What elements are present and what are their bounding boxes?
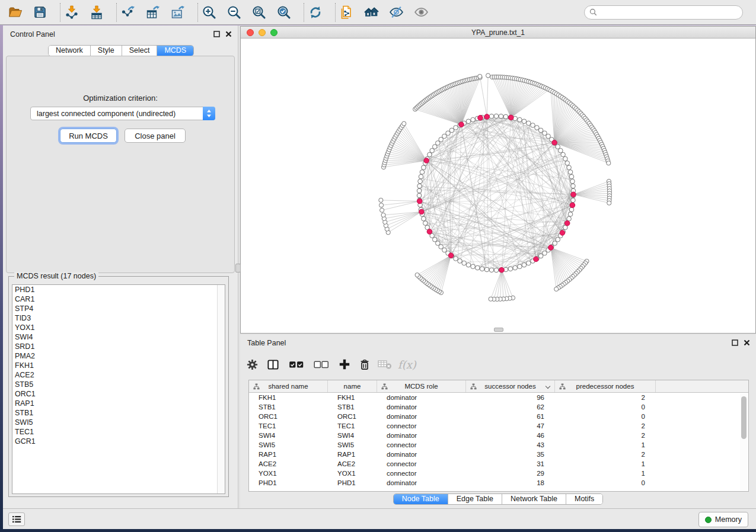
cell-shared-name[interactable]: PHD1	[249, 478, 328, 488]
zoom-in-icon[interactable]	[201, 4, 217, 21]
zoom-fit-icon[interactable]	[251, 4, 267, 21]
cell-MCDS-role[interactable]: connector	[377, 421, 466, 431]
table-row[interactable]: RAP1RAP1dominator352	[249, 450, 748, 459]
cell-shared-name[interactable]: STB1	[249, 402, 328, 412]
mcds-result-item[interactable]: PMA2	[12, 351, 225, 361]
cell-predecessor-nodes[interactable]: 2	[555, 431, 656, 440]
cell-successor-nodes[interactable]: 35	[466, 450, 555, 459]
mcds-result-item[interactable]: STB5	[12, 380, 225, 389]
hide-selected-icon[interactable]	[388, 4, 404, 21]
table-row[interactable]: FKH1FKH1dominator962	[249, 393, 748, 402]
cell-MCDS-role[interactable]: dominator	[377, 402, 466, 412]
zoom-selected-icon[interactable]	[276, 4, 292, 21]
cell-shared-name[interactable]: SWI5	[249, 440, 328, 450]
tab-network[interactable]: Network	[49, 46, 91, 56]
houses-icon[interactable]	[363, 4, 379, 21]
cell-shared-name[interactable]: ACE2	[249, 459, 328, 469]
import-table-icon[interactable]	[88, 4, 104, 21]
column-header-name[interactable]: name	[328, 380, 377, 392]
table-scrollbar-thumb[interactable]	[741, 396, 747, 439]
cell-name[interactable]: STB1	[328, 402, 377, 412]
export-image-icon[interactable]	[170, 4, 186, 21]
table-row[interactable]: YOX1YOX1connector291	[249, 469, 748, 478]
cell-predecessor-nodes[interactable]: 1	[555, 459, 656, 469]
vertical-splitter-handle[interactable]	[235, 264, 241, 273]
cell-predecessor-nodes[interactable]: 1	[555, 440, 656, 450]
cell-shared-name[interactable]: SWI4	[249, 431, 328, 440]
cell-name[interactable]: ACE2	[328, 459, 377, 469]
column-header-predecessor-nodes[interactable]: predecessor nodes	[555, 380, 656, 392]
add-row-icon[interactable]	[339, 355, 350, 373]
mcds-result-item[interactable]: PHD1	[12, 285, 225, 294]
horizontal-splitter-handle[interactable]	[494, 328, 503, 332]
cell-MCDS-role[interactable]: dominator	[377, 393, 466, 402]
task-history-button[interactable]	[8, 512, 25, 526]
cell-MCDS-role[interactable]: connector	[377, 440, 466, 450]
cell-name[interactable]: YOX1	[328, 469, 377, 478]
mcds-result-item[interactable]: ORC1	[12, 389, 225, 399]
cell-name[interactable]: RAP1	[328, 450, 377, 459]
cell-successor-nodes[interactable]: 96	[466, 393, 555, 402]
cell-name[interactable]: SWI4	[328, 431, 377, 440]
tab-network-table[interactable]: Network Table	[502, 494, 566, 504]
table-scrollbar[interactable]	[740, 393, 748, 491]
column-header-successor-nodes[interactable]: successor nodes	[466, 380, 555, 392]
settings-icon[interactable]	[246, 355, 259, 373]
mcds-result-item[interactable]: TEC1	[12, 427, 225, 437]
network-window-titlebar[interactable]: YPA_prune.txt_1	[241, 27, 755, 39]
open-file-icon[interactable]	[7, 4, 23, 21]
table-row[interactable]: STB1STB1dominator620	[249, 402, 748, 412]
cell-name[interactable]: PHD1	[328, 478, 377, 488]
tab-edge-table[interactable]: Edge Table	[448, 494, 502, 504]
deselect-all-icon[interactable]	[314, 355, 329, 373]
criterion-dropdown[interactable]: largest connected component (undirected)	[30, 107, 215, 120]
import-network-icon[interactable]	[63, 4, 79, 21]
cell-MCDS-role[interactable]: dominator	[377, 431, 466, 440]
cell-name[interactable]: ORC1	[328, 412, 377, 421]
tab-motifs[interactable]: Motifs	[566, 494, 602, 504]
save-session-icon[interactable]	[32, 4, 48, 21]
table-row[interactable]: ORC1ORC1dominator610	[249, 412, 748, 421]
table-row[interactable]: TEC1TEC1connector472	[249, 421, 748, 431]
cell-MCDS-role[interactable]: dominator	[377, 450, 466, 459]
mcds-result-item[interactable]: STB1	[12, 408, 225, 418]
export-network-icon[interactable]	[120, 4, 136, 21]
close-table-panel-icon[interactable]	[744, 339, 750, 348]
cell-successor-nodes[interactable]: 31	[466, 459, 555, 469]
table-row[interactable]: SWI4SWI4dominator462	[249, 431, 748, 440]
mcds-result-item[interactable]: FKH1	[12, 361, 225, 370]
cell-shared-name[interactable]: ORC1	[249, 412, 328, 421]
float-panel-icon[interactable]	[213, 31, 220, 39]
mcds-result-item[interactable]: GCR1	[12, 437, 225, 446]
mcds-result-item[interactable]: ACE2	[12, 370, 225, 380]
mcds-result-item[interactable]: YOX1	[12, 323, 225, 332]
cell-name[interactable]: SWI5	[328, 440, 377, 450]
memory-button[interactable]: Memory	[698, 512, 748, 527]
tab-select[interactable]: Select	[122, 46, 158, 56]
tab-mcds[interactable]: MCDS	[157, 46, 193, 56]
cell-shared-name[interactable]: FKH1	[249, 393, 328, 402]
network-view[interactable]	[241, 39, 755, 333]
cell-MCDS-role[interactable]: dominator	[377, 478, 466, 488]
cell-successor-nodes[interactable]: 18	[466, 478, 555, 488]
cell-MCDS-role[interactable]: dominator	[377, 412, 466, 421]
cell-predecessor-nodes[interactable]: 2	[555, 393, 656, 402]
mcds-result-item[interactable]: RAP1	[12, 399, 225, 408]
table-row[interactable]: PHD1PHD1dominator180	[249, 478, 748, 488]
table-row[interactable]: SWI5SWI5connector431	[249, 440, 748, 450]
search-input[interactable]	[584, 5, 743, 20]
mcds-list-scrollbar[interactable]	[217, 285, 225, 493]
run-mcds-button[interactable]: Run MCDS	[60, 129, 117, 143]
show-columns-icon[interactable]	[267, 355, 279, 373]
tab-style[interactable]: Style	[91, 46, 122, 56]
cell-successor-nodes[interactable]: 47	[466, 421, 555, 431]
cell-successor-nodes[interactable]: 46	[466, 431, 555, 440]
cell-name[interactable]: TEC1	[328, 421, 377, 431]
close-panel-button[interactable]: Close panel	[125, 129, 186, 143]
cell-MCDS-role[interactable]: connector	[377, 459, 466, 469]
cell-name[interactable]: FKH1	[328, 393, 377, 402]
cell-predecessor-nodes[interactable]: 0	[555, 402, 656, 412]
table-row[interactable]: ACE2ACE2connector311	[249, 459, 748, 469]
tab-node-table[interactable]: Node Table	[394, 494, 448, 504]
cell-MCDS-role[interactable]: connector	[377, 469, 466, 478]
